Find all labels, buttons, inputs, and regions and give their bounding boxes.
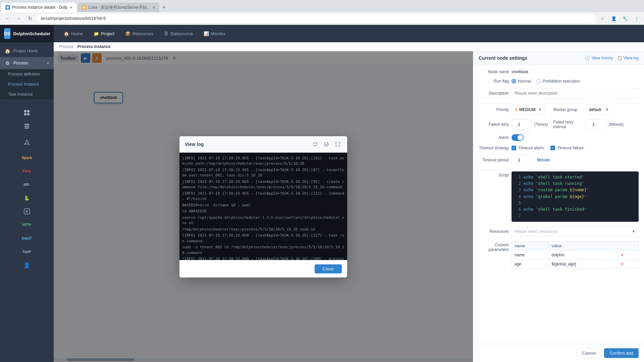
sidebar-item-task-instance[interactable]: Task Instance <box>0 89 54 99</box>
sidebar-item-process-definition[interactable]: Process definition <box>0 69 54 79</box>
alarm-toggle[interactable] <box>512 134 524 141</box>
tool-icon-3[interactable] <box>20 136 34 149</box>
params-col-value: value <box>549 242 618 251</box>
divider-2 <box>479 170 639 170</box>
profile-button[interactable]: 👤 <box>609 14 619 23</box>
active-tab[interactable]: Process instance details - Dolp ✕ <box>1 3 76 12</box>
param-row-2: age ${global_age} ✕ <box>512 260 639 269</box>
modal-refresh-btn[interactable] <box>311 140 319 148</box>
description-input[interactable] <box>512 88 639 98</box>
nav-monitor[interactable]: 📊 Monitor <box>199 29 230 39</box>
process-icon: ⚙ <box>4 60 11 66</box>
tool-icon-data[interactable]: DataT <box>20 231 34 245</box>
menu-button[interactable]: ⋮ <box>632 14 641 23</box>
cancel-button[interactable]: Cancel <box>577 348 601 358</box>
sidebar-item-process[interactable]: ⚙ Process ▼ <box>0 57 54 69</box>
view-history-link[interactable]: 🕐 View history <box>585 56 613 60</box>
right-panel-title: Current node settings <box>479 55 527 61</box>
log-line-5: cd $BASEDIR <box>182 208 344 215</box>
project-nav-icon: 📁 <box>94 31 99 36</box>
priority-select[interactable]: ⬆ MEDIUM ▼ <box>512 105 545 115</box>
tab-close-btn[interactable]: ✕ <box>69 5 72 10</box>
svg-rect-5 <box>27 113 30 115</box>
forward-button[interactable]: → <box>14 14 23 23</box>
sidebar-section: 🏠 Project Home ⚙ Process ▼ Process defin… <box>0 42 54 102</box>
top-nav: 🏠 Home 📁 Project 📦 Resources 🗄 Datasourc… <box>54 25 644 42</box>
worker-group-label: Worker group <box>553 107 583 112</box>
failed-retry-interval-input[interactable] <box>586 119 606 130</box>
reload-button[interactable]: ↻ <box>25 14 35 23</box>
priority-icon: ⬆ <box>515 107 518 112</box>
modal-reload-btn[interactable] <box>322 140 330 148</box>
nav-datasource[interactable]: 🗄 Datasource <box>159 29 197 39</box>
tool-icon-spark[interactable]: Spark <box>20 151 34 164</box>
inactive-tab[interactable]: Luna - 双边使用JumpServer开始... ✕ <box>78 3 159 12</box>
view-log-link[interactable]: 📋 View log <box>617 56 639 60</box>
timeout-alarm-checkbox[interactable]: Timeout alarm <box>512 146 544 150</box>
svg-rect-7 <box>24 126 29 127</box>
sidebar-item-project-home[interactable]: 🏠 Project Home <box>0 45 54 57</box>
tool-icon-flink[interactable]: Flink <box>20 164 34 178</box>
modal-header-actions <box>311 140 342 148</box>
view-history-label: View history <box>591 56 613 60</box>
sidebar-submenu: Process definition Process Instance Task… <box>0 69 54 99</box>
new-tab-button[interactable]: + <box>159 3 169 12</box>
nav-resources[interactable]: 📦 Resources <box>120 29 158 39</box>
tab2-close-btn[interactable]: ✕ <box>152 5 155 10</box>
sidebar-logo: DS DolphinScheduler <box>0 25 54 42</box>
radio-normal-dot <box>512 79 516 84</box>
radio-prohibition[interactable]: Prohibition execution <box>536 79 580 84</box>
tool-icon-user[interactable]: 👤 <box>20 258 34 272</box>
log-line-10: [INFO] 2021-07-18 17:38:33.968 - [taskAp… <box>182 256 344 260</box>
tool-icon-http[interactable]: HTTP <box>20 218 34 231</box>
resources-row: Resources Please select resources ▼ <box>479 226 639 237</box>
timeout-strategy-label: Timeout strategy <box>479 146 509 150</box>
radio-prohibition-dot <box>536 79 541 84</box>
timeout-failure-checkbox[interactable]: Timeout failure <box>550 146 584 150</box>
param-action-2: ✕ <box>618 260 639 269</box>
tool-icon-2[interactable] <box>20 119 34 133</box>
tool-icon-python[interactable]: 🐍 <box>20 191 34 205</box>
bookmark-button[interactable]: ☆ <box>598 14 607 23</box>
breadcrumb-item-1[interactable]: Process <box>59 44 73 49</box>
view-log-modal: View log <box>179 136 347 277</box>
monitor-nav-label: Monitor <box>211 31 225 36</box>
radio-normal-label: Normal <box>518 79 531 84</box>
nav-project[interactable]: 📁 Project <box>89 29 119 39</box>
modal-close-button[interactable]: Close <box>315 264 342 273</box>
resources-select[interactable]: Please select resources ▼ <box>512 226 639 237</box>
param-delete-2[interactable]: ✕ <box>621 262 624 266</box>
right-panel-actions: 🕐 View history 📋 View log <box>585 56 639 60</box>
timeout-period-row: Timeout period Minute <box>479 155 639 165</box>
worker-group-select[interactable]: default ▼ <box>586 105 613 115</box>
script-line-3: 3 echo 'custom param ${name}' <box>514 187 636 193</box>
param-action-1: ✕ <box>618 251 639 260</box>
script-editor[interactable]: 1 echo 'shell task started' 2 echo 'shel… <box>512 171 639 222</box>
modal-fullscreen-btn[interactable] <box>334 140 342 148</box>
nav-home[interactable]: 🏠 Home <box>59 29 88 39</box>
sidebar-item-process-instance[interactable]: Process Instance <box>0 79 54 89</box>
tool-icon-1[interactable] <box>20 106 34 119</box>
sidebar-label-process-definition: Process definition <box>8 72 40 76</box>
tool-icon-sqoop[interactable]: SqoP <box>20 245 34 258</box>
breadcrumb-item-2: Process Instance <box>77 44 111 49</box>
svg-point-1 <box>83 6 86 9</box>
param-value-1: dolphin <box>549 251 618 260</box>
main-area: 🏠 Home 📁 Project 📦 Resources 🗄 Datasourc… <box>54 25 644 362</box>
log-line-0: [INFO] 2021-07-18 17:38:33.965 - [taskAp… <box>182 155 344 167</box>
address-bar[interactable] <box>37 14 596 23</box>
view-log-label: View log <box>624 56 639 60</box>
back-button[interactable]: ← <box>3 14 12 23</box>
timeout-period-input[interactable] <box>512 155 532 165</box>
modal-body[interactable]: [INFO] 2021-07-18 17:38:33.965 - [taskAp… <box>179 153 347 260</box>
worker-group-arrow-icon: ▼ <box>605 107 609 112</box>
browser-tabs: Process instance details - Dolp ✕ Luna -… <box>0 0 644 12</box>
tool-icon-mr[interactable]: MR- <box>20 178 34 191</box>
sidebar-label-project-home: Project Home <box>13 49 38 53</box>
extension-button[interactable]: 🔧 <box>621 14 630 23</box>
confirm-add-button[interactable]: Confirm add <box>604 348 639 358</box>
param-delete-1[interactable]: ✕ <box>621 253 624 257</box>
radio-normal[interactable]: Normal <box>512 79 531 84</box>
failed-retry-times-input[interactable] <box>512 119 532 130</box>
tool-icon-4[interactable] <box>20 205 34 218</box>
